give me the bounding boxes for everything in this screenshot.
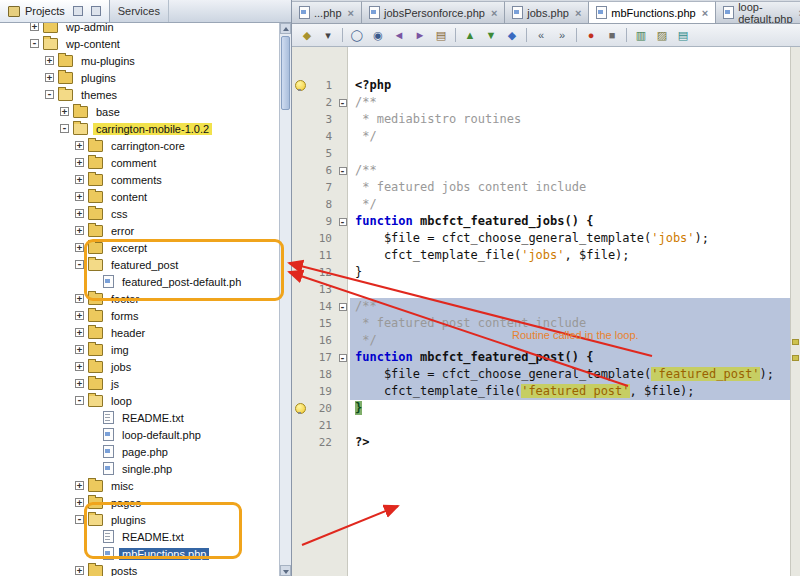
code-line-20[interactable]: 20} [292,400,790,417]
tree-item-wp-admin[interactable]: +wp-admin [0,23,279,35]
tree-scrollbar[interactable] [279,23,291,576]
shift-left-icon[interactable]: « [531,26,551,44]
collapse-icon[interactable]: - [60,124,69,133]
find-icon[interactable]: ◯ [347,26,367,44]
code-line-17[interactable]: 17-function mbcfct_featured_post() { [292,349,790,366]
tree-item-readme-txt[interactable]: README.txt [0,409,279,426]
uncomment-icon[interactable]: ▨ [652,26,672,44]
editor-body[interactable]: 1<?php2-/**3 * mediabistro routines4 */5… [292,47,800,576]
collapse-icon[interactable]: - [45,90,54,99]
expand-icon[interactable]: + [75,345,84,354]
code-line-13[interactable]: 13 [292,281,790,298]
editor-tab-loop-default-php[interactable]: loop-default.php× [716,1,800,23]
next-bookmark-icon[interactable]: ▼ [481,26,501,44]
tree-item-readme-txt[interactable]: README.txt [0,528,279,545]
expand-icon[interactable]: + [75,566,84,575]
code-line-9[interactable]: 9-function mbcfct_featured_jobs() { [292,213,790,230]
tree-item-single-php[interactable]: single.php [0,460,279,477]
expand-icon[interactable]: + [75,328,84,337]
code-area[interactable]: 1<?php2-/**3 * mediabistro routines4 */5… [292,47,790,576]
book-icon[interactable]: ▤ [431,26,451,44]
editor-tab-jobs-php[interactable]: jobs.php× [505,1,589,23]
tree-item-footer[interactable]: +footer [0,290,279,307]
expand-icon[interactable]: + [75,158,84,167]
expand-icon[interactable]: + [45,73,54,82]
fold-collapse-icon[interactable]: - [339,167,347,175]
code-line-15[interactable]: 15 * featured post content include [292,315,790,332]
code-line-6[interactable]: 6-/** [292,162,790,179]
tree-item-forms[interactable]: +forms [0,307,279,324]
expand-icon[interactable]: + [75,311,84,320]
scroll-up-icon[interactable] [280,23,291,34]
tree-item-featured-post-default-ph[interactable]: featured_post-default.ph [0,273,279,290]
editor-tab-jobspersonforce-php[interactable]: jobsPersonforce.php× [362,1,505,23]
expand-icon[interactable]: + [75,209,84,218]
forward-icon[interactable]: ► [410,26,430,44]
shift-right-icon[interactable]: » [552,26,572,44]
code-line-8[interactable]: 8 */ [292,196,790,213]
minimize-window-icon[interactable] [91,6,101,16]
expand-icon[interactable]: + [75,498,84,507]
comment-icon[interactable]: ▥ [631,26,651,44]
last-edited-icon[interactable]: ◆ [297,26,317,44]
tree-item-loop[interactable]: -loop [0,392,279,409]
tree-item-img[interactable]: +img [0,341,279,358]
start-macro-icon[interactable]: ● [581,26,601,44]
code-line-18[interactable]: 18 $file = cfct_choose_general_template(… [292,366,790,383]
fold-collapse-icon[interactable]: - [339,303,347,311]
code-line-21[interactable]: 21 [292,417,790,434]
close-tab-icon[interactable]: × [702,7,708,19]
fold-collapse-icon[interactable]: - [339,99,347,107]
tree-item-loop-default-php[interactable]: loop-default.php [0,426,279,443]
tree-item-base[interactable]: +base [0,103,279,120]
code-line-16[interactable]: 16 */ [292,332,790,349]
collapse-icon[interactable]: - [75,515,84,524]
tree-item-posts[interactable]: +posts [0,562,279,576]
expand-icon[interactable]: + [75,294,84,303]
code-line-5[interactable]: 5 [292,145,790,162]
back-icon[interactable]: ◄ [389,26,409,44]
code-line-22[interactable]: 22?> [292,434,790,451]
tree-item-wp-content[interactable]: -wp-content [0,35,279,52]
code-line-12[interactable]: 12} [292,264,790,281]
tree-item-excerpt[interactable]: +excerpt [0,239,279,256]
dropdown-icon[interactable]: ▾ [318,26,338,44]
tab-projects[interactable]: Projects [0,0,110,22]
collapse-icon[interactable]: - [75,260,84,269]
previous-bookmark-icon[interactable]: ▲ [460,26,480,44]
expand-icon[interactable]: + [75,362,84,371]
tree-item-css[interactable]: +css [0,205,279,222]
fold-collapse-icon[interactable]: - [339,354,347,362]
scrollbar-thumb[interactable] [281,36,290,110]
code-line-1[interactable]: 1<?php [292,77,790,94]
close-tab-icon[interactable]: × [575,7,581,19]
tree-item-page-php[interactable]: page.php [0,443,279,460]
code-line-19[interactable]: 19 cfct_template_file('featured post', $… [292,383,790,400]
expand-icon[interactable]: + [75,379,84,388]
tree-item-themes[interactable]: -themes [0,86,279,103]
editor-tab-mbfunctions-php[interactable]: mbFunctions.php× [589,1,716,23]
tree-item-carrington-core[interactable]: +carrington-core [0,137,279,154]
tree-item-mbfunctions-php[interactable]: mbFunctions.php [0,545,279,562]
code-line-14[interactable]: 14-/** [292,298,790,315]
expand-icon[interactable]: + [75,175,84,184]
code-line-2[interactable]: 2-/** [292,94,790,111]
toggle-bookmark-icon[interactable]: ◆ [502,26,522,44]
find-selection-icon[interactable]: ◉ [368,26,388,44]
tree-item-carrington-mobile-1-0-2[interactable]: -carrington-mobile-1.0.2 [0,120,279,137]
tree-item-header[interactable]: +header [0,324,279,341]
expand-icon[interactable]: + [75,141,84,150]
close-tab-icon[interactable]: × [348,7,354,19]
scroll-down-icon[interactable] [280,565,291,576]
expand-icon[interactable]: + [75,226,84,235]
tree-item-plugins[interactable]: -plugins [0,511,279,528]
expand-icon[interactable]: + [75,243,84,252]
expand-icon[interactable]: + [60,107,69,116]
expand-icon[interactable]: + [30,23,39,31]
expand-icon[interactable]: + [75,481,84,490]
tree-item-content[interactable]: +content [0,188,279,205]
tree-item-comment[interactable]: +comment [0,154,279,171]
tree-item-error[interactable]: +error [0,222,279,239]
tree-item-misc[interactable]: +misc [0,477,279,494]
editor-tab--php[interactable]: ...php× [292,1,362,23]
